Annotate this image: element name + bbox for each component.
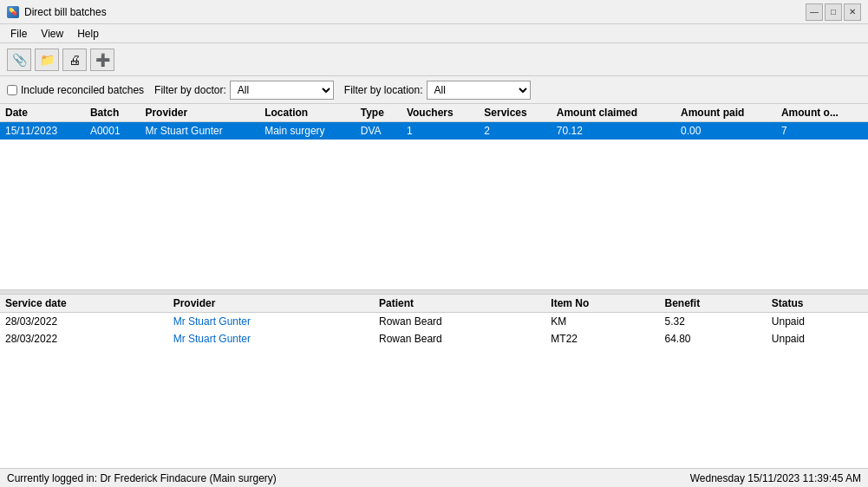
- cell-provider: Mr Stuart Gunter: [140, 122, 259, 140]
- print-button[interactable]: 🖨: [62, 49, 87, 71]
- logged-in-info: Currently logged in: Dr Frederick Findac…: [7, 472, 277, 484]
- filter-doctor-label: Filter by doctor:: [154, 84, 226, 96]
- table-header-row: Date Batch Provider Location Type Vouche…: [0, 104, 868, 122]
- minimize-button[interactable]: —: [806, 3, 823, 21]
- cell-service-date-1: 28/03/2022: [0, 313, 168, 331]
- add-button[interactable]: ➕: [90, 49, 114, 71]
- cell-status-2: Unpaid: [767, 330, 868, 347]
- cell-amount-ow: 7: [776, 122, 868, 140]
- cell-type: DVA: [356, 122, 401, 140]
- close-button[interactable]: ✕: [844, 3, 861, 21]
- cell-patient-2: Rowan Beard: [374, 330, 545, 347]
- upper-table-container: Date Batch Provider Location Type Vouche…: [0, 104, 868, 289]
- lower-table-container: Service date Provider Patient Item No Be…: [0, 295, 868, 468]
- window-title: Direct bill batches: [24, 6, 107, 18]
- cell-amount-claimed: 70.12: [551, 122, 675, 140]
- col-header-benefit: Benefit: [660, 295, 767, 313]
- include-reconciled-checkbox[interactable]: [7, 85, 17, 95]
- batches-table: Date Batch Provider Location Type Vouche…: [0, 104, 868, 140]
- cell-date: 15/11/2023: [0, 122, 85, 140]
- cell-batch: A0001: [85, 122, 140, 140]
- table-row[interactable]: 28/03/2022 Mr Stuart Gunter Rowan Beard …: [0, 330, 868, 347]
- title-bar: 💊 Direct bill batches — □ ✕: [0, 0, 868, 24]
- include-reconciled-label: Include reconciled batches: [21, 84, 144, 96]
- lower-table-header-row: Service date Provider Patient Item No Be…: [0, 295, 868, 313]
- col-header-provider: Provider: [140, 104, 259, 122]
- cell-item-no-1: KM: [545, 313, 659, 331]
- col-header-lower-provider: Provider: [168, 295, 374, 313]
- title-bar-controls: — □ ✕: [806, 3, 861, 21]
- cell-service-date-2: 28/03/2022: [0, 330, 168, 347]
- col-header-amount-paid: Amount paid: [675, 104, 776, 122]
- location-filter-select[interactable]: All: [427, 81, 531, 100]
- filter-bar: Include reconciled batches Filter by doc…: [0, 76, 868, 104]
- col-header-vouchers: Vouchers: [401, 104, 479, 122]
- status-bar: Currently logged in: Dr Frederick Findac…: [0, 468, 868, 487]
- menu-help[interactable]: Help: [70, 26, 106, 42]
- menu-bar: File View Help: [0, 24, 868, 43]
- location-filter-group: Filter by location: All: [344, 81, 531, 100]
- col-header-location: Location: [259, 104, 356, 122]
- col-header-batch: Batch: [85, 104, 140, 122]
- col-header-services: Services: [479, 104, 551, 122]
- col-header-amount-ow: Amount o...: [776, 104, 868, 122]
- logged-in-user: Dr Frederick Findacure (Main surgery): [100, 472, 276, 484]
- col-header-status: Status: [767, 295, 868, 313]
- maximize-button[interactable]: □: [825, 3, 842, 21]
- filter-location-label: Filter by location:: [344, 84, 423, 96]
- services-table: Service date Provider Patient Item No Be…: [0, 295, 868, 347]
- cell-item-no-2: MT22: [545, 330, 659, 347]
- title-bar-left: 💊 Direct bill batches: [7, 6, 107, 18]
- cell-vouchers: 1: [401, 122, 479, 140]
- datetime-display: Wednesday 15/11/2023 11:39:45 AM: [690, 472, 861, 484]
- table-row[interactable]: 15/11/2023 A0001 Mr Stuart Gunter Main s…: [0, 122, 868, 140]
- cell-amount-paid: 0.00: [675, 122, 776, 140]
- col-header-amount-claimed: Amount claimed: [551, 104, 675, 122]
- cell-services: 2: [479, 122, 551, 140]
- toolbar: 📎 📁 🖨 ➕: [0, 43, 868, 76]
- cell-benefit-2: 64.80: [660, 330, 767, 347]
- col-header-service-date: Service date: [0, 295, 168, 313]
- main-content: Date Batch Provider Location Type Vouche…: [0, 104, 868, 468]
- cell-benefit-1: 5.32: [660, 313, 767, 331]
- cell-status-1: Unpaid: [767, 313, 868, 331]
- menu-file[interactable]: File: [3, 26, 34, 42]
- app-icon: 💊: [7, 6, 19, 18]
- cell-lower-provider-2: Mr Stuart Gunter: [168, 330, 374, 347]
- menu-view[interactable]: View: [34, 26, 70, 42]
- doctor-filter-group: Filter by doctor: All: [154, 81, 334, 100]
- doctor-filter-select[interactable]: All: [230, 81, 334, 100]
- cell-patient-1: Rowan Beard: [374, 313, 545, 331]
- col-header-patient: Patient: [374, 295, 545, 313]
- folder-button[interactable]: 📁: [35, 49, 59, 71]
- col-header-type: Type: [356, 104, 401, 122]
- cell-location: Main surgery: [259, 122, 356, 140]
- attach-button[interactable]: 📎: [7, 49, 31, 71]
- cell-lower-provider-1: Mr Stuart Gunter: [168, 313, 374, 331]
- table-row[interactable]: 28/03/2022 Mr Stuart Gunter Rowan Beard …: [0, 313, 868, 331]
- reconciled-filter-group: Include reconciled batches: [7, 84, 144, 96]
- col-header-item-no: Item No: [545, 295, 659, 313]
- col-header-date: Date: [0, 104, 85, 122]
- logged-in-label: Currently logged in:: [7, 472, 97, 484]
